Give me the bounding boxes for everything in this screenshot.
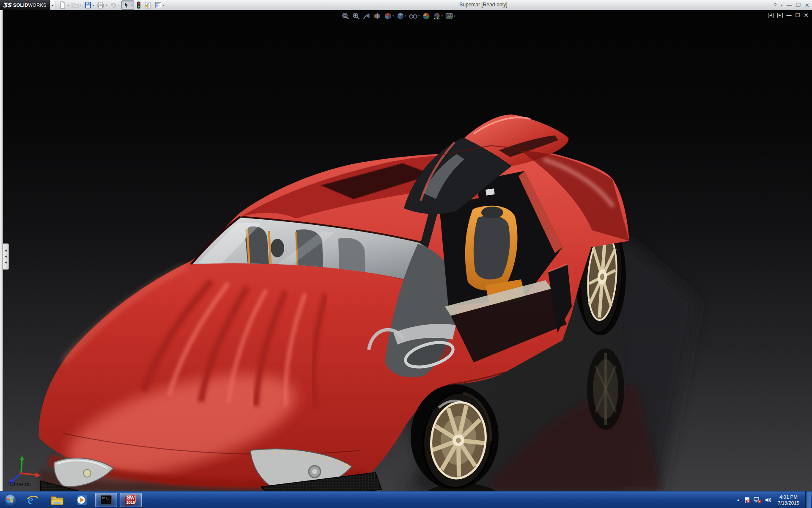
- folder-icon: [50, 494, 64, 506]
- open-document-button[interactable]: ▾: [71, 0, 82, 10]
- show-hidden-icons-button[interactable]: ▲: [736, 498, 740, 502]
- media-player-icon: [75, 494, 88, 506]
- taskbar-item-command-prompt[interactable]: C:\_: [94, 491, 118, 508]
- hide-show-items-button[interactable]: ▾: [408, 11, 420, 21]
- options-dropdown-icon[interactable]: ▾: [163, 3, 165, 7]
- undo-button[interactable]: ▾: [109, 0, 121, 10]
- apply-scene-icon: [433, 12, 441, 20]
- hide-show-items-icon: [409, 12, 418, 20]
- open-dropdown-icon[interactable]: ▾: [80, 3, 82, 7]
- windows-taskbar: e C:\_: [0, 491, 812, 508]
- taskbar-apps: e C:\_: [0, 491, 143, 508]
- taskbar-item-solidworks-2015[interactable]: SW 2015: [118, 491, 143, 508]
- show-desktop-button[interactable]: [805, 491, 811, 508]
- apply-scene-dropdown-icon[interactable]: ▾: [442, 14, 443, 18]
- logo-text-light: WORKS: [28, 3, 47, 8]
- doc-restore-icon[interactable]: ❐: [796, 12, 800, 18]
- print-button[interactable]: ▾: [96, 0, 108, 10]
- apply-scene-button[interactable]: ▾: [432, 11, 444, 21]
- previous-view-button[interactable]: [362, 11, 371, 21]
- display-style-button[interactable]: ▾: [396, 11, 407, 21]
- titlebar-controls: ? ▾ — ❐ ✕: [774, 0, 809, 10]
- section-view-button[interactable]: [373, 11, 382, 21]
- graphics-viewport[interactable]: ◀ ◀ ◀ ▾ ▾ ▾: [0, 10, 812, 491]
- view-orientation-button[interactable]: ▾: [383, 11, 395, 21]
- new-dropdown-icon[interactable]: ▾: [67, 3, 69, 7]
- command-prompt-button[interactable]: C:\_: [95, 493, 117, 507]
- hide-show-dropdown-icon[interactable]: ▾: [418, 14, 420, 18]
- view-orientation-dropdown-icon[interactable]: ▾: [392, 14, 394, 18]
- view-orientation-label: *Dimetric: [8, 481, 31, 487]
- options-icon: [154, 1, 162, 9]
- print-dropdown-icon[interactable]: ▾: [105, 3, 107, 7]
- panel-expand-tab[interactable]: ◀ ◀ ◀: [3, 243, 9, 270]
- pane-left-icon[interactable]: ◀: [768, 13, 774, 18]
- system-tray: ▲ 4:01 PM 7/13/2015: [736, 491, 812, 508]
- new-document-icon: [59, 1, 66, 9]
- select-dropdown-icon[interactable]: ▾: [131, 3, 133, 7]
- start-button[interactable]: [0, 491, 20, 508]
- solidworks-logo-text: SOLIDWORKS: [13, 3, 47, 8]
- save-icon: [84, 1, 92, 9]
- taskbar-item-windows-explorer[interactable]: [45, 491, 69, 508]
- arrow-left-icon: ◀: [5, 255, 7, 258]
- internet-explorer-icon: e: [26, 494, 39, 506]
- taskbar-item-internet-explorer[interactable]: e: [20, 491, 45, 508]
- solidworks-button[interactable]: SW 2015: [120, 493, 142, 507]
- zoom-to-area-button[interactable]: [351, 11, 361, 21]
- display-style-icon: [396, 12, 405, 20]
- undo-icon: [110, 1, 117, 9]
- taskbar-clock[interactable]: 4:01 PM 7/13/2015: [775, 494, 802, 506]
- edit-appearance-icon: [422, 12, 431, 20]
- feature-panel-splitter[interactable]: [0, 10, 3, 491]
- windows-start-icon: [3, 493, 17, 507]
- action-center-icon[interactable]: [743, 497, 750, 503]
- select-cursor-icon: [123, 1, 130, 9]
- doc-minimize-icon[interactable]: —: [787, 12, 792, 18]
- file-properties-button[interactable]: [143, 0, 153, 10]
- undo-dropdown-icon[interactable]: ▾: [118, 3, 120, 7]
- print-icon: [97, 1, 104, 9]
- help-dropdown-icon[interactable]: ▾: [781, 3, 782, 7]
- section-view-icon: [373, 12, 381, 20]
- save-dropdown-icon[interactable]: ▾: [93, 3, 94, 7]
- open-document-icon: [71, 1, 79, 9]
- close-icon[interactable]: ✕: [805, 2, 809, 8]
- save-button[interactable]: ▾: [83, 0, 95, 10]
- arrow-left-icon: ◀: [5, 249, 7, 252]
- logo-text-bold: SOLID: [13, 3, 28, 8]
- minimize-icon[interactable]: —: [787, 2, 792, 8]
- file-properties-icon: [144, 1, 152, 9]
- taskbar-item-media-player[interactable]: [69, 491, 94, 508]
- zoom-to-fit-button[interactable]: [341, 11, 350, 21]
- cmd-label: C:\_: [102, 497, 109, 500]
- rebuild-stoplight-icon: [136, 1, 142, 9]
- restore-icon[interactable]: ❐: [796, 2, 801, 8]
- doc-close-icon[interactable]: ✕: [804, 12, 809, 19]
- clock-date: 7/13/2015: [778, 500, 799, 506]
- view-settings-button[interactable]: ▾: [444, 11, 456, 21]
- sw-year: 2015: [124, 500, 137, 505]
- edit-appearance-button[interactable]: [422, 11, 431, 21]
- help-icon[interactable]: ?: [774, 2, 776, 8]
- title-bar: ƷS SOLIDWORKS ▸ ▾ ▾ ▾ ▾ ▾ ▾: [0, 0, 812, 10]
- display-style-dropdown-icon[interactable]: ▾: [405, 14, 407, 18]
- command-prompt-icon: C:\_: [101, 495, 112, 505]
- select-button[interactable]: ▾: [121, 0, 134, 10]
- volume-icon[interactable]: [765, 497, 772, 503]
- new-document-button[interactable]: ▾: [58, 0, 70, 10]
- options-button[interactable]: ▾: [154, 0, 165, 10]
- view-settings-dropdown-icon[interactable]: ▾: [454, 14, 455, 18]
- zoom-to-fit-icon: [341, 12, 350, 20]
- supercar-model[interactable]: [0, 10, 812, 491]
- solidworks-logo-mark-icon: ƷS: [3, 2, 11, 8]
- pane-right-icon[interactable]: ▶: [777, 13, 783, 18]
- previous-view-icon: [362, 12, 371, 20]
- network-status-icon[interactable]: [754, 497, 761, 503]
- view-settings-icon: [445, 12, 453, 20]
- main-toolbar: ▾ ▾ ▾ ▾ ▾ ▾ ▾: [58, 0, 166, 10]
- rebuild-button[interactable]: [135, 0, 143, 10]
- solidworks-2015-icon: SW 2015: [124, 494, 137, 506]
- toolbar-overflow-button[interactable]: ▸: [50, 1, 55, 9]
- solidworks-logo: ƷS SOLIDWORKS: [0, 0, 50, 10]
